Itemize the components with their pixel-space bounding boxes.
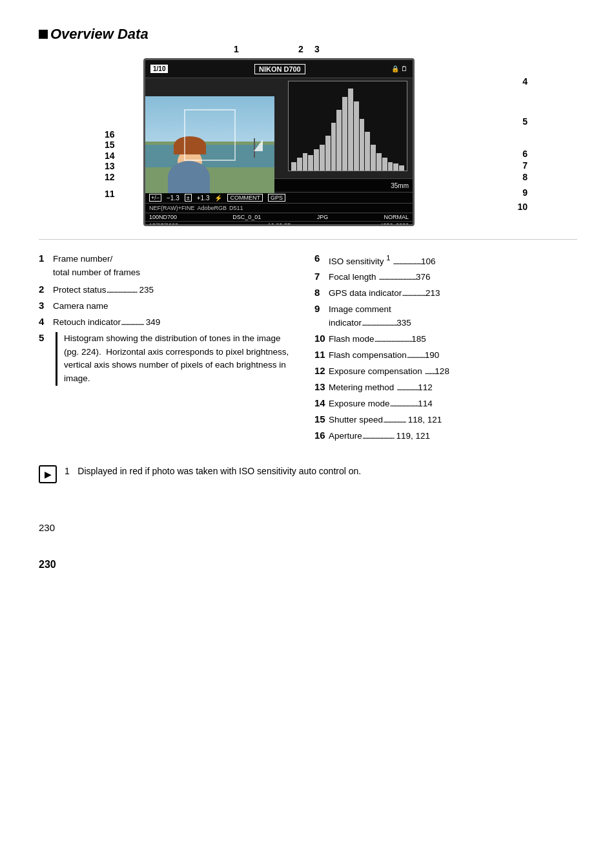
dimensions-display: 4256x2832: [380, 222, 409, 226]
file-info-row: 100ND700 DSC_0_01 JPG NORMAL: [145, 213, 413, 221]
page-number-display: 230: [39, 559, 577, 571]
item-12-num: 12: [314, 365, 329, 376]
item-11: 11 Flash compensation................190: [314, 349, 577, 362]
item-14-num: 14: [314, 397, 329, 408]
item-4: 4 Retouch indicator.................... …: [39, 316, 295, 330]
footnote-icon: ▶: [39, 465, 57, 483]
filetype-display: JPG: [317, 214, 329, 220]
item-4-text: Retouch indicator.................... 34…: [53, 316, 160, 330]
comment-row: NEF(RAW)+FINE AdobeRGB D511: [145, 203, 413, 213]
item-12: 12 Exposure compensation .........128: [314, 365, 577, 379]
item-3-text: Camera name: [53, 300, 108, 313]
item-16: 16 Aperture............................ …: [314, 430, 577, 443]
item-10-num: 10: [314, 333, 329, 344]
ev-plus-icon: ±: [185, 194, 192, 202]
comment-badge: COMMENT: [227, 194, 263, 202]
item-5-text: Histogram showing the distribution of to…: [56, 332, 295, 386]
item-1-num: 1: [39, 253, 53, 264]
diagram-container: 1 2 3 16 15 14 13 12 11 4 5 6 7 8 9 10 1…: [82, 58, 534, 226]
item-7-num: 7: [314, 271, 329, 282]
num-8-label: 8: [522, 172, 528, 182]
content-section: 1 Frame number/total number of frames 2 …: [39, 253, 577, 446]
item-7-text: Focal length ...........................…: [329, 271, 431, 284]
num-9-label: 9: [522, 187, 528, 198]
item-16-text: Aperture............................ 119…: [329, 430, 430, 443]
item-13-text: Metering method ...................112: [329, 381, 433, 395]
num-5-label: 5: [522, 116, 528, 127]
item-6: 6 ISO sensitivity 1 ....................…: [314, 253, 577, 268]
item-3-num: 3: [39, 300, 53, 311]
title-icon: [39, 30, 48, 39]
num-3: 3: [314, 44, 320, 54]
num-14: 14: [105, 151, 115, 161]
protect-icons: 🔒 🗒: [391, 65, 407, 72]
frame-number: 1/10: [150, 65, 168, 73]
item-15-text: Shutter speed.................... 118, 1…: [329, 414, 442, 427]
item-14: 14 Exposure mode........................…: [314, 397, 577, 411]
ev-minus-display: −1.3: [167, 194, 180, 202]
date-display: 15/07/2008: [149, 222, 178, 226]
item-8-text: GPS data indicator.....................2…: [329, 287, 440, 300]
num-13: 13: [105, 161, 115, 171]
focal-length-display: 35mm: [391, 182, 409, 189]
photo-preview: [145, 96, 274, 193]
time-display: 10:02:27: [268, 222, 291, 226]
item-8-num: 8: [314, 287, 329, 298]
item-14-text: Exposure mode.........................11…: [329, 397, 433, 411]
num-15: 15: [105, 140, 115, 150]
date-row: 15/07/2008 10:02:27 4256x2832: [145, 221, 413, 226]
num-6-label: 6: [522, 149, 528, 159]
num-12: 12: [105, 172, 115, 182]
folder-display: 100ND700: [149, 214, 177, 220]
item-6-text: ISO sensitivity 1 ......................…: [329, 253, 436, 268]
camera-screen: 1/10 NIKON D700 🔒 🗒: [143, 58, 415, 226]
flash-icon: ⚡: [214, 194, 222, 202]
num-11: 11: [105, 189, 115, 199]
right-column: 6 ISO sensitivity 1 ....................…: [308, 253, 577, 446]
num-16: 16: [105, 129, 115, 140]
item-10: 10 Flash mode...........................…: [314, 333, 577, 346]
item-5: 5 Histogram showing the distribution of …: [39, 332, 295, 386]
item-2-num: 2: [39, 284, 53, 295]
num-10-label: 10: [517, 202, 528, 212]
page-title: Overview Data: [39, 26, 577, 43]
ev-plus-display: +1.3: [197, 194, 210, 202]
num-4-label: 4: [522, 76, 528, 87]
item-8: 8 GPS data indicator....................…: [314, 287, 577, 300]
item-1: 1 Frame number/total number of frames: [39, 253, 295, 280]
screen-top-bar: 1/10 NIKON D700 🔒 🗒: [145, 60, 413, 78]
nef-text: NEF(RAW)+FINE: [149, 205, 194, 211]
item-4-num: 4: [39, 316, 53, 327]
num-2: 2: [298, 44, 303, 54]
item-7: 7 Focal length .........................…: [314, 271, 577, 284]
histogram: [288, 81, 407, 171]
item-3: 3 Camera name: [39, 300, 295, 313]
ev-icon: +/−: [149, 194, 161, 202]
item-9: 9 Image commentindicator................…: [314, 303, 577, 330]
page-number: 230: [39, 522, 577, 533]
item-11-text: Flash compensation................190: [329, 349, 439, 362]
item-2: 2 Protect status........................…: [39, 284, 295, 297]
num-1: 1: [234, 44, 239, 54]
item-9-text: Image commentindicator..................…: [329, 304, 411, 328]
item-11-num: 11: [314, 349, 329, 360]
item-1-text: Frame number/total number of frames: [53, 254, 140, 277]
item-12-text: Exposure compensation .........128: [329, 365, 449, 379]
left-column: 1 Frame number/total number of frames 2 …: [39, 253, 308, 446]
item-13: 13 Metering method ...................11…: [314, 381, 577, 395]
item-10-text: Flash mode..............................…: [329, 333, 426, 346]
colorspace-display: AdobeRGB: [197, 205, 227, 211]
item-6-num: 6: [314, 253, 329, 264]
quality-display: NORMAL: [384, 214, 409, 220]
item-15: 15 Shutter speed.................... 118…: [314, 414, 577, 427]
footnote: ▶ 1 Displayed in red if photo was taken …: [39, 465, 577, 483]
gps-badge: GPS: [268, 194, 285, 202]
footnote-text: 1 Displayed in red if photo was taken wi…: [65, 465, 361, 476]
num-7-label: 7: [522, 160, 528, 171]
item-15-num: 15: [314, 414, 329, 424]
item-16-num: 16: [314, 430, 329, 441]
item-5-num: 5: [39, 332, 53, 343]
item-9-num: 9: [314, 303, 329, 314]
item-13-num: 13: [314, 381, 329, 392]
filename-display: DSC_0_01: [232, 214, 261, 220]
